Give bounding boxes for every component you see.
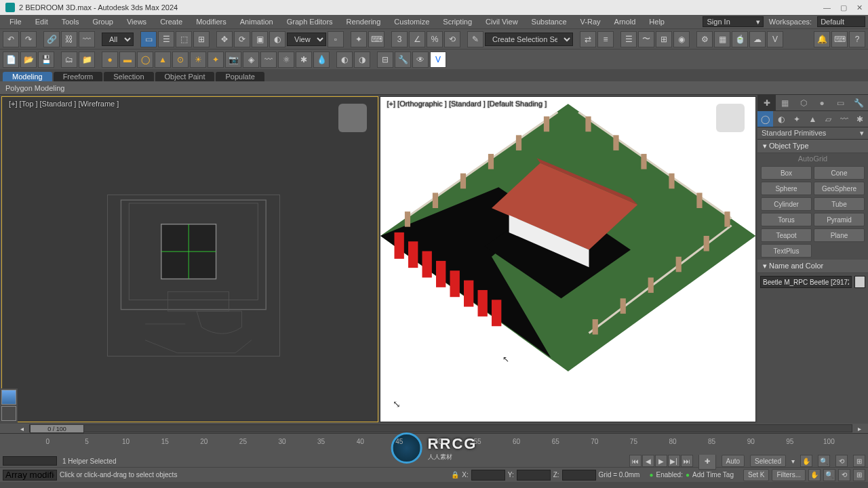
tube-button[interactable]: Tube	[814, 197, 865, 211]
spacewarps-subtab[interactable]: 〰	[836, 111, 852, 127]
y-coord-field[interactable]	[517, 470, 551, 481]
modify-tab[interactable]: ▦	[776, 95, 794, 110]
systems-icon[interactable]: ⚛	[278, 52, 294, 68]
menu-views[interactable]: Views	[120, 16, 153, 27]
render-frame-button[interactable]: ▦	[714, 31, 730, 47]
rotate-button[interactable]: ⟳	[234, 31, 250, 47]
autogrid-checkbox[interactable]: AutoGrid	[757, 153, 868, 164]
fluids-icon[interactable]: 💧	[313, 52, 330, 68]
select-by-name-button[interactable]: ☰	[158, 31, 174, 47]
box-button[interactable]: Box	[761, 166, 812, 180]
add-time-tag[interactable]: Add Time Tag	[692, 471, 734, 479]
move-button[interactable]: ✥	[216, 31, 233, 47]
redo-button[interactable]: ↷	[20, 31, 37, 47]
menu-scripting[interactable]: Scripting	[436, 16, 479, 27]
viewcube-top[interactable]	[338, 104, 367, 132]
textplus-button[interactable]: TextPlus	[761, 244, 812, 258]
use-pivot-button[interactable]: ▫	[328, 31, 344, 47]
cone-button[interactable]: Cone	[814, 166, 865, 180]
light-icon[interactable]: ☀	[190, 52, 206, 68]
modifier2-icon[interactable]: ◑	[354, 52, 370, 68]
nav2-pan-icon[interactable]: ✋	[808, 469, 821, 481]
cone-primitive-icon[interactable]: ▲	[155, 52, 171, 68]
close-icon[interactable]: ✕	[856, 3, 863, 12]
render-setup-button[interactable]: ⚙	[696, 31, 713, 47]
tab-modeling[interactable]: Modeling	[3, 72, 52, 81]
layers-button[interactable]: ☰	[620, 31, 637, 47]
ref-coord-dropdown[interactable]: View	[287, 33, 326, 46]
teapot-button[interactable]: Teapot	[761, 228, 812, 242]
hierarchy-icon[interactable]: ⊟	[377, 52, 393, 68]
sphere-primitive-icon[interactable]: ●	[102, 52, 118, 68]
shapes-subtab[interactable]: ◐	[773, 111, 789, 127]
geosphere-button[interactable]: GeoSphere	[814, 182, 865, 195]
substance-button[interactable]: ☁	[749, 31, 766, 47]
render-button[interactable]: 🍵	[732, 31, 748, 47]
lock-icon[interactable]: 🔒	[451, 471, 459, 479]
utilities-icon[interactable]: 🔧	[395, 52, 411, 68]
name-color-rollout[interactable]: Name and Color	[757, 260, 868, 273]
bind-button[interactable]: 〰	[79, 31, 95, 47]
sign-in-dropdown[interactable]: Sign In	[703, 16, 764, 27]
new-scene-button[interactable]: 📄	[3, 52, 19, 68]
rect-region-button[interactable]: ⬚	[176, 31, 192, 47]
tab-object-paint[interactable]: Object Paint	[155, 72, 215, 81]
menu-customize[interactable]: Customize	[387, 16, 436, 27]
menu-tools[interactable]: Tools	[55, 16, 86, 27]
time-slider[interactable]: 0 / 100	[29, 424, 852, 432]
nav-max-icon[interactable]: ⊞	[853, 455, 865, 467]
viewcube-ortho[interactable]	[716, 104, 745, 132]
project-button[interactable]: 🗂	[61, 52, 77, 68]
tab-populate[interactable]: Populate	[216, 72, 264, 81]
torus-primitive-icon[interactable]: ◯	[137, 52, 153, 68]
minimize-icon[interactable]: —	[823, 3, 831, 12]
plane-button[interactable]: Plane	[814, 228, 865, 242]
tab-freeform[interactable]: Freeform	[54, 72, 103, 81]
utilities-tab[interactable]: 🔧	[850, 95, 868, 110]
vray-button[interactable]: V	[767, 31, 783, 47]
menu-civil-view[interactable]: Civil View	[479, 16, 524, 27]
open-button[interactable]: 📂	[20, 52, 37, 68]
modifier-icon[interactable]: ◐	[336, 52, 353, 68]
cameras-subtab[interactable]: ▲	[805, 111, 821, 127]
play-button[interactable]: ▶	[655, 455, 667, 467]
maximize-icon[interactable]: ▢	[840, 3, 847, 12]
tab-selection[interactable]: Selection	[104, 72, 153, 81]
nav-zoom-icon[interactable]: 🔍	[818, 455, 830, 467]
notification-icon[interactable]: 🔔	[814, 31, 830, 47]
curve-editor-button[interactable]: 〜	[638, 31, 654, 47]
placement-button[interactable]: ◐	[269, 31, 285, 47]
next-frame-button[interactable]: ▶|	[668, 455, 680, 467]
motion-tab[interactable]: ●	[813, 95, 831, 110]
undo-button[interactable]: ↶	[3, 31, 19, 47]
workspace-dropdown[interactable]: Default	[817, 16, 865, 27]
nav-pan-icon[interactable]: ✋	[800, 455, 812, 467]
viewport-orthographic[interactable]: [+] [Orthographic ] [Standard ] [Default…	[380, 96, 757, 422]
systems-subtab[interactable]: ✱	[852, 111, 868, 127]
link-button[interactable]: 🔗	[43, 31, 60, 47]
menu-file[interactable]: File	[3, 16, 28, 27]
display-icon[interactable]: 👁	[412, 52, 429, 68]
window-crossing-button[interactable]: ⊞	[193, 31, 210, 47]
menu-animation[interactable]: Animation	[233, 16, 280, 27]
display-tab[interactable]: ▭	[831, 95, 850, 110]
align-button[interactable]: ≡	[597, 31, 614, 47]
pyramid-button[interactable]: Pyramid	[814, 213, 865, 226]
particles-icon[interactable]: ✱	[296, 52, 312, 68]
tube-primitive-icon[interactable]: ⊙	[172, 52, 189, 68]
script-listener-button[interactable]: ⌨	[831, 31, 848, 47]
mini-listener-input[interactable]	[3, 470, 57, 481]
light2-icon[interactable]: ✦	[208, 52, 224, 68]
torus-button[interactable]: Torus	[761, 213, 812, 226]
geometry-subtab[interactable]: ◯	[757, 111, 773, 127]
create-tab[interactable]: ✚	[757, 95, 776, 110]
goto-start-button[interactable]: ⏮	[629, 455, 642, 467]
time-slider-thumb[interactable]: 0 / 100	[30, 424, 84, 433]
cylinder-primitive-icon[interactable]: ▬	[119, 52, 136, 68]
edit-selection-set-button[interactable]: ✎	[467, 31, 484, 47]
category-dropdown[interactable]: Standard Primitives▾	[757, 127, 868, 140]
menu-vray[interactable]: V-Ray	[574, 16, 608, 27]
menu-arnold[interactable]: Arnold	[608, 16, 643, 27]
keyboard-shortcut-button[interactable]: ⌨	[368, 31, 384, 47]
snap-toggle-button[interactable]: 3	[391, 31, 408, 47]
